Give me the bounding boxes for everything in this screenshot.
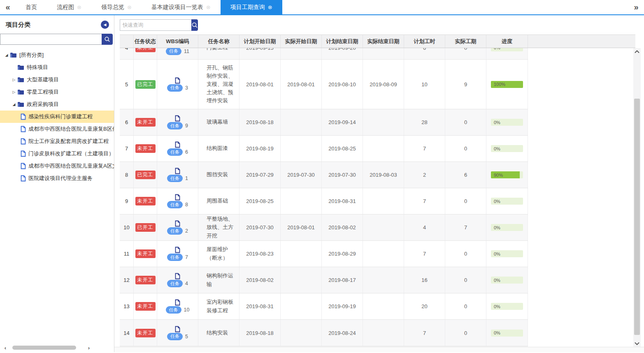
wbs-code: 任务10 (166, 299, 190, 314)
sidebar-horizontal-scrollbar[interactable]: ‹ › (0, 344, 114, 351)
table-row[interactable]: 8已完工任务1围挡安装2019-07-292019-07-302019-07-3… (120, 162, 528, 188)
plan-end-cell: 2019-08-29 (322, 241, 363, 267)
expand-node-icon[interactable]: ▷ (11, 90, 17, 94)
wbs-cell: 任务11 (157, 48, 198, 60)
task-name-cell: 结构面漆 (198, 136, 239, 162)
actual-start-cell (281, 267, 322, 293)
tab-close-icon[interactable]: ⊗ (206, 4, 211, 10)
tab-label: 领导总览 (101, 4, 124, 11)
tab-close-icon[interactable]: ⊗ (268, 4, 272, 10)
tree-item-project[interactable]: 院士工作室及配套用房改扩建工程 (0, 135, 114, 148)
column-header-任务名称: 任务名称 (198, 35, 239, 48)
table-row[interactable]: 4未开工任务11门窗工程2019-09-152019-09-20600% (120, 48, 528, 60)
tab-基本建设项目一览表[interactable]: 基本建设项目一览表⊗ (142, 0, 221, 14)
wbs-code: 任务3 (167, 77, 188, 92)
actual-end-cell (363, 293, 404, 319)
tree-item-label: 特殊项目 (27, 64, 48, 71)
sidebar-collapse-button[interactable]: ◀ (101, 21, 109, 29)
actual-start-cell (281, 136, 322, 162)
tab-label: 首页 (26, 4, 37, 11)
plan-hours-cell: 7 (404, 136, 445, 162)
tab-label: 流程图 (57, 4, 74, 11)
vertical-scrollbar[interactable] (633, 48, 641, 347)
table-row[interactable]: 13未开工任务10室内彩钢板装修工程2019-08-312019-09-1920… (120, 293, 528, 320)
progress-label: 0% (494, 251, 500, 256)
category-search-button[interactable] (102, 34, 113, 45)
scroll-down-icon[interactable] (633, 340, 641, 347)
plan-hours-cell: 6 (404, 48, 445, 60)
tree-item-project[interactable]: 成都市中西医结合医院儿童康复A区文化 (0, 160, 114, 172)
table-row[interactable]: 10已开工任务2平整场地、放线、土方开挖2019-07-302019-08-01… (120, 215, 528, 241)
tabs-scroll-right-icon[interactable]: » (628, 0, 644, 14)
tree-item-label: 零星工程项目 (27, 88, 59, 96)
tree-item-project[interactable]: 感染性疾病科门诊重建工程 (0, 111, 114, 123)
folder-icon (17, 102, 24, 107)
tree-item-category[interactable]: ▷零星工程项目 (0, 86, 114, 98)
table-row[interactable]: 6未开工任务9玻璃幕墙2019-08-182019-09-142800% (120, 109, 528, 136)
tab-项目工期查询[interactable]: 项目工期查询⊗ (221, 0, 282, 14)
hscroll-left-icon[interactable]: ‹ (0, 345, 11, 351)
table-row[interactable]: 5已完工任务3开孔、钢筋制作安装、支模、混凝土浇筑、预埋件安装2019-08-0… (120, 60, 528, 109)
quick-search-button[interactable] (191, 19, 198, 31)
column-header-实际结束日期: 实际结束日期 (363, 35, 404, 48)
plan-hours-cell: 4 (404, 215, 445, 240)
table-row[interactable]: 12未开工任务4钢构制作运输2019-08-022019-08-171600% (120, 267, 528, 293)
document-icon (175, 141, 180, 148)
hscroll-right-icon[interactable]: › (84, 345, 94, 351)
row-number: 12 (120, 267, 134, 293)
collapse-node-icon[interactable]: ◢ (3, 53, 10, 57)
wbs-code: 任务7 (167, 247, 188, 261)
actual-end-cell (363, 267, 404, 293)
expand-node-icon[interactable]: ▷ (11, 78, 17, 82)
tab-流程图[interactable]: 流程图⊗ (47, 0, 91, 14)
row-number: 11 (120, 241, 134, 267)
hscroll-thumb[interactable] (12, 346, 76, 350)
tab-close-icon[interactable]: ⊗ (77, 4, 81, 10)
document-icon (175, 168, 180, 174)
actual-start-cell (281, 241, 322, 267)
plan-start-cell: 2019-07-29 (239, 162, 281, 188)
plan-end-cell: 2019-08-10 (322, 60, 363, 109)
document-icon (175, 326, 180, 332)
plan-start-cell: 2019-08-31 (239, 293, 281, 319)
tree-item-category[interactable]: 特殊项目 (0, 61, 114, 74)
table-row[interactable]: 14未开工任务5结构安装2019-08-182019-08-24700% (120, 320, 528, 346)
tab-领导总览[interactable]: 领导总览⊗ (91, 0, 142, 14)
table-row[interactable]: 7未开工任务6结构面漆2019-08-192019-08-25700% (120, 136, 528, 162)
scroll-up-icon[interactable] (633, 48, 641, 55)
wbs-number: 3 (185, 85, 188, 91)
progress-bar: 0% (491, 330, 523, 337)
tab-close-icon[interactable]: ⊗ (127, 4, 132, 10)
progress-label: 90% (494, 173, 503, 178)
actual-start-cell: 2019-07-30 (281, 162, 322, 188)
collapse-node-icon[interactable]: ◢ (11, 102, 17, 106)
wbs-cell: 任务10 (157, 293, 198, 319)
wbs-cell: 任务6 (157, 136, 198, 162)
quick-search-input[interactable] (120, 19, 191, 31)
category-search-input[interactable] (0, 34, 102, 45)
row-number: 7 (120, 136, 134, 162)
table-row[interactable]: 9未开工任务8周围基础2019-08-252019-08-31700% (120, 188, 528, 215)
column-header-计划工时: 计划工时 (404, 35, 445, 48)
horizontal-scrollbar-track[interactable] (114, 347, 644, 352)
tab-首页[interactable]: 首页 (16, 0, 47, 14)
vscroll-thumb[interactable] (634, 99, 640, 335)
actual-end-cell: 2019-08-09 (363, 60, 404, 109)
tabs-scroll-left-icon[interactable]: « (0, 0, 16, 14)
tree-item-category[interactable]: ◢政府采购项目 (0, 98, 114, 111)
tree-item-project[interactable]: 成都市中西医结合医院儿童康复B区修缮 (0, 123, 114, 135)
actual-hours-cell: 0 (445, 109, 486, 135)
progress-cell: 90% (486, 162, 528, 188)
tree-item-project[interactable]: 医院建设项目代理业主服务 (0, 172, 114, 185)
tree-item-category[interactable]: ◢[所有分类] (0, 49, 114, 61)
tree-item-project[interactable]: 门诊皮肤科改扩建工程（土建项目） (0, 148, 114, 160)
column-header-WBS编码: WBS编码 (157, 35, 198, 48)
column-header-rownum (120, 35, 134, 48)
tree-item-label: 门诊皮肤科改扩建工程（土建项目） (28, 150, 114, 157)
table-row[interactable]: 11未开工任务7屋面维护（断水）2019-08-232019-08-29700% (120, 241, 528, 267)
tree-item-category[interactable]: ▷大型基建项目 (0, 74, 114, 86)
search-icon (191, 22, 198, 28)
task-pill: 任务 (167, 227, 183, 235)
task-name-cell: 结构安装 (198, 320, 239, 346)
row-number: 13 (120, 293, 134, 319)
